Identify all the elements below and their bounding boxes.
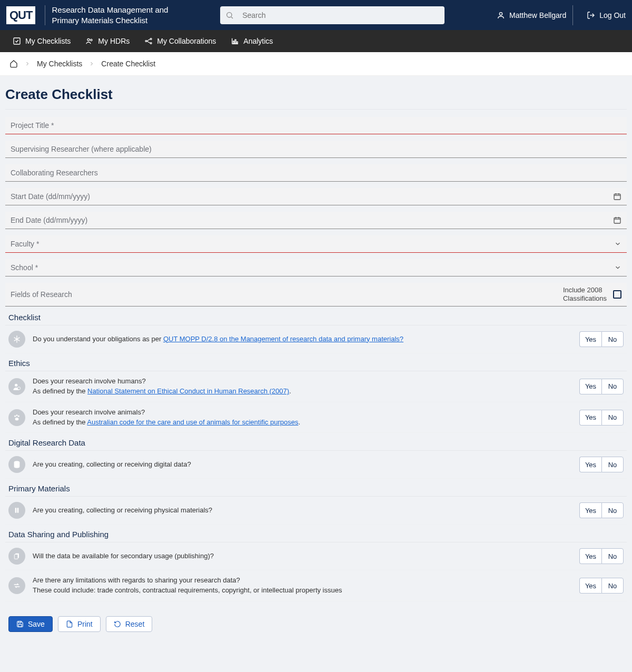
svg-rect-35 (14, 555, 18, 559)
breadcrumb-bar: My Checklists Create Checklist (0, 52, 632, 76)
people-icon (85, 37, 94, 45)
user-name: Matthew Bellgard (509, 11, 566, 19)
page-title: Create Checklist (5, 86, 627, 103)
save-icon (16, 620, 24, 628)
yes-button[interactable]: Yes (579, 457, 601, 472)
network-icon (144, 37, 153, 45)
logout-button[interactable]: Log Out (587, 11, 626, 19)
svg-rect-36 (18, 625, 22, 627)
reset-icon (114, 620, 121, 628)
section-digital-title: Digital Research Data (5, 438, 627, 447)
no-button[interactable]: No (601, 457, 624, 472)
svg-rect-21 (614, 218, 620, 223)
svg-point-30 (15, 418, 19, 420)
no-button[interactable]: No (601, 578, 624, 594)
fields-of-research-field[interactable]: Fields of Research Include 2008 Classifi… (5, 283, 627, 307)
print-button[interactable]: Print (58, 616, 101, 632)
breadcrumb: My Checklists Create Checklist (9, 60, 623, 68)
save-button[interactable]: Save (8, 616, 53, 632)
svg-rect-17 (614, 194, 620, 200)
yes-button[interactable]: Yes (579, 410, 601, 426)
question-secondary-usage: Will the data be available for secondary… (5, 542, 627, 570)
top-bar: QUT Research Data Management and Primary… (0, 0, 632, 30)
section-ethics-title: Ethics (5, 359, 627, 368)
sync-icon (8, 577, 25, 594)
person-badge-icon (8, 378, 25, 395)
checklist-icon (13, 37, 21, 45)
national-statement-link[interactable]: National Statement on Ethical Conduct in… (87, 387, 289, 395)
calendar-icon (613, 192, 621, 201)
svg-point-8 (151, 38, 152, 40)
school-select[interactable]: School * (5, 259, 627, 276)
no-button[interactable]: No (601, 331, 624, 347)
svg-rect-14 (233, 41, 234, 44)
chevron-right-icon (88, 61, 95, 67)
svg-point-25 (15, 384, 17, 387)
nav-my-collaborations[interactable]: My Collaborations (137, 30, 223, 52)
mopp-link[interactable]: QUT MOPP D/2.8 on the Management of rese… (163, 335, 403, 343)
main-nav: My Checklists My HDRs My Collaborations … (0, 30, 632, 52)
svg-line-10 (147, 39, 151, 41)
nav-analytics[interactable]: Analytics (223, 30, 280, 52)
chart-icon (231, 37, 239, 45)
aus-animal-code-link[interactable]: Australian code for the care and use of … (87, 418, 298, 426)
nav-my-hdrs[interactable]: My HDRs (78, 30, 137, 52)
user-icon (497, 11, 505, 19)
include-2008-checkbox[interactable] (613, 290, 621, 299)
svg-rect-33 (17, 508, 19, 513)
faculty-select[interactable]: Faculty * (5, 235, 627, 253)
yes-button[interactable]: Yes (579, 331, 601, 347)
svg-rect-32 (15, 508, 17, 513)
chevron-down-icon (614, 240, 621, 248)
document-icon (66, 620, 73, 628)
svg-rect-4 (14, 38, 20, 44)
supervising-researcher-field[interactable]: Supervising Researcher (where applicable… (5, 141, 627, 158)
yes-button[interactable]: Yes (579, 578, 601, 594)
svg-point-29 (18, 415, 19, 417)
search-icon (225, 11, 234, 19)
collaborating-researchers-field[interactable]: Collaborating Researchers (5, 164, 627, 182)
svg-point-28 (16, 414, 18, 416)
app-title: Research Data Management and Primary Mat… (52, 5, 168, 25)
start-date-field[interactable]: Start Date (dd/mm/yyyy) (5, 188, 627, 205)
project-title-field[interactable]: Project Title * (5, 117, 627, 134)
svg-line-1 (231, 17, 233, 18)
calendar-icon (613, 216, 621, 224)
database-icon (8, 456, 25, 473)
section-checklist-title: Checklist (5, 313, 627, 322)
yes-button[interactable]: Yes (579, 379, 601, 394)
svg-point-7 (145, 41, 147, 42)
question-humans: Does your research involve humans? As de… (5, 371, 627, 402)
search-box[interactable] (220, 6, 445, 24)
reset-button[interactable]: Reset (106, 616, 153, 632)
yes-button[interactable]: Yes (579, 548, 601, 564)
svg-point-27 (14, 415, 16, 417)
svg-point-2 (499, 12, 502, 15)
svg-point-26 (17, 387, 20, 390)
include-2008-label: Include 2008 Classifications (563, 286, 607, 302)
no-button[interactable]: No (601, 548, 624, 564)
brand-logo: QUT (6, 6, 35, 24)
end-date-field[interactable]: End Date (dd/mm/yyyy) (5, 212, 627, 229)
chevron-down-icon (614, 264, 621, 271)
asterisk-icon (8, 331, 25, 348)
copy-icon (8, 548, 25, 565)
paw-icon (8, 409, 25, 426)
flask-icon (8, 502, 25, 519)
chevron-right-icon (24, 61, 31, 67)
svg-point-6 (91, 39, 92, 41)
question-animals: Does your research involve animals? As d… (5, 402, 627, 433)
section-primary-title: Primary Materials (5, 484, 627, 493)
nav-my-checklists[interactable]: My Checklists (5, 30, 78, 52)
question-digital-data: Are you creating, collecting or receivin… (5, 451, 627, 479)
home-icon[interactable] (9, 60, 18, 68)
user-menu[interactable]: Matthew Bellgard (497, 11, 566, 19)
search-input[interactable] (238, 9, 439, 22)
logout-icon (587, 11, 595, 19)
yes-button[interactable]: Yes (579, 502, 601, 518)
svg-rect-16 (237, 42, 238, 44)
breadcrumb-my-checklists[interactable]: My Checklists (37, 60, 82, 68)
no-button[interactable]: No (601, 379, 624, 394)
no-button[interactable]: No (601, 410, 624, 426)
no-button[interactable]: No (601, 502, 624, 518)
